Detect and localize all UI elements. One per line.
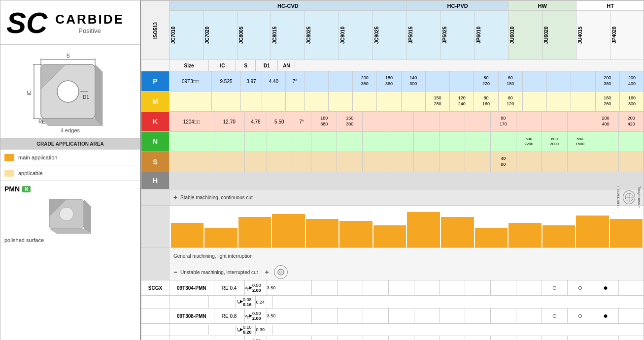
ic-09t3: 9.525 — [212, 71, 241, 91]
pmn-badge: N — [22, 186, 31, 192]
group-header-row: ISO513 HC-CVD HC-PVD HW HT — [141, 1, 644, 11]
carbide-label: CARBIDE — [55, 12, 124, 27]
unstable-machining-row: − Unstable machining, interrupted cut + — [169, 264, 644, 280]
bar-jc8015 — [271, 206, 305, 247]
carbide-title: CARBIDE Positive — [55, 12, 124, 34]
bar-jc9025 — [373, 206, 407, 247]
ap-vals-09t304: 0.502.00 — [252, 280, 267, 295]
size-1204: 1204□□ — [169, 112, 214, 131]
p-jc8015: 180360 — [377, 71, 401, 91]
s-1204: 4.76 — [244, 112, 267, 131]
ap-max-09t308: 3.50 — [267, 309, 286, 323]
circle-ju6020-09t308: ○ — [567, 309, 593, 323]
grade-app-unstable-row: − Unstable machining, interrupted cut + — [141, 264, 644, 280]
fn-symbol-2: fn▶ — [236, 325, 243, 335]
col-ju6010: JU6010 — [508, 11, 542, 60]
size-params-row: Size IC S D1 AN — [169, 60, 644, 71]
09t308-fn-row: fn▶ 0.100.20 0.30 — [169, 325, 644, 335]
stable-desc-text: Stable machining, continuous cut — [180, 195, 253, 200]
s-col-header: S — [236, 60, 256, 71]
m-jp5025: 60120 — [498, 92, 522, 111]
applicable-text: applicable — [18, 170, 43, 176]
re-09t304: RE 0.4 — [214, 280, 244, 295]
svg-point-25 — [278, 269, 284, 275]
series-scgx-2: SCGX — [141, 336, 169, 340]
iso-k-cell: K — [141, 112, 169, 132]
circle-ju6020-09t304: ○ — [567, 280, 593, 295]
bar-jp4020 — [610, 206, 644, 247]
bar-jp6010 — [475, 206, 508, 247]
col-jp5025: JP5025 — [441, 11, 475, 60]
m-jc9010: 150280 — [425, 92, 449, 111]
size-col-header: Size — [169, 60, 209, 71]
ic-col-header: IC — [209, 60, 236, 71]
p-jp5015: 80220 — [474, 71, 498, 91]
svg-text:IC: IC — [27, 91, 32, 95]
col-ju4015: JU4015 — [576, 11, 610, 60]
bar-ju6010 — [508, 206, 542, 247]
cutting-row-120404: SCGX 120404-PMN RE 0.4 ap▶ 0.503.00 5.50 — [141, 336, 644, 340]
an-1204: 7° — [292, 112, 311, 131]
svg-point-1 — [57, 81, 79, 102]
n-row-data: 6002200 6002000 5001500 — [169, 132, 644, 152]
general-desc-text: General machining, light interruption — [173, 253, 253, 259]
sc-logo: SC — [6, 8, 47, 38]
gear-icon — [274, 265, 288, 279]
iso-p-cell: P — [141, 71, 169, 92]
grade-label: GRADE APPLICATION AREA — [4, 141, 136, 147]
k-ju4015: 200400 — [593, 112, 618, 131]
grade-app-stable-row: + Stable machining, continuous cut − Har… — [141, 189, 644, 206]
circle-ju4015-09t304: ● — [593, 280, 618, 295]
s-09t3: 3.97 — [241, 71, 262, 91]
k-jc7020: 150300 — [337, 112, 363, 131]
col-jc8025: JC8025 — [305, 11, 339, 60]
iso-n-cell: N — [141, 132, 169, 152]
ap-symbol-1: ap▶ — [244, 280, 252, 295]
row-h: H — [141, 172, 644, 189]
pmn-section: PMN N polished surface — [0, 181, 140, 340]
circle-ju4015-09t308: ● — [593, 309, 618, 323]
ap-symbol-3: ap▶ — [244, 336, 252, 340]
p-jp4020: 200400 — [619, 71, 644, 91]
polished-surface-text: polished surface — [4, 237, 136, 243]
col-jc9025: JC9025 — [373, 11, 407, 60]
code-09t304: 09T304-PMN — [169, 280, 214, 295]
row-s: S — [141, 152, 644, 172]
row-p-09t3: P 09T3□□ 9.525 3.97 4.40 7° — [141, 71, 644, 92]
column-header-row: JC7010 JC7020 JC8005 JC8015 JC8025 — [141, 11, 644, 60]
iso513-header: ISO513 — [141, 1, 169, 60]
legend-main-application: main application — [0, 150, 140, 165]
svg-marker-20 — [84, 199, 91, 234]
n-ju6010: 6002000 — [542, 132, 567, 152]
ht-header: HT — [576, 1, 644, 11]
ap-max-09t304: 3.50 — [267, 280, 286, 295]
svg-point-26 — [279, 271, 282, 274]
circle-ju6010-120404: ○ — [542, 336, 567, 340]
insert-diagram: S IC D1 RE AN — [16, 50, 125, 126]
fn-row-09t304: fn▶ 0.080.16 0.24 — [141, 296, 644, 309]
circle-ju6020-120404: ○ — [567, 336, 593, 340]
k-jp5025: 80170 — [490, 112, 516, 131]
n-ju6020: 5001500 — [567, 132, 593, 152]
p-ju4015: 200380 — [595, 71, 619, 91]
svg-marker-15 — [95, 64, 102, 126]
bar-ju6020 — [542, 206, 576, 247]
positive-label: Positive — [55, 27, 124, 34]
s-jp5015: 4080 — [490, 152, 516, 172]
fn-max-09t304: 0.24 — [256, 296, 273, 308]
ic-1204: 12.70 — [214, 112, 244, 131]
circle-ju6010-09t308: ○ — [542, 309, 567, 323]
size-09t3: 09T3□□ — [169, 71, 212, 91]
d1-1204: 5.50 — [267, 112, 292, 131]
m-ju4015: 160280 — [595, 92, 619, 111]
p-jc8005: 200380 — [353, 71, 377, 91]
p-09t3-row: 09T3□□ 9.525 3.97 4.40 7° — [169, 71, 644, 91]
size-header-row: Size IC S D1 AN — [141, 60, 644, 71]
col-jp6010: JP6010 — [475, 11, 508, 60]
k-jc7010: 180380 — [311, 112, 337, 131]
fn-vals-09t304: 0.080.16 — [243, 296, 256, 308]
m-row-data: 150280 120240 80160 60120 160280 160300 — [169, 92, 644, 111]
col-jc8015: JC8015 — [271, 11, 305, 60]
bar-jc7010 — [170, 206, 204, 247]
fn-vals-09t308: 0.100.20 — [243, 325, 256, 335]
